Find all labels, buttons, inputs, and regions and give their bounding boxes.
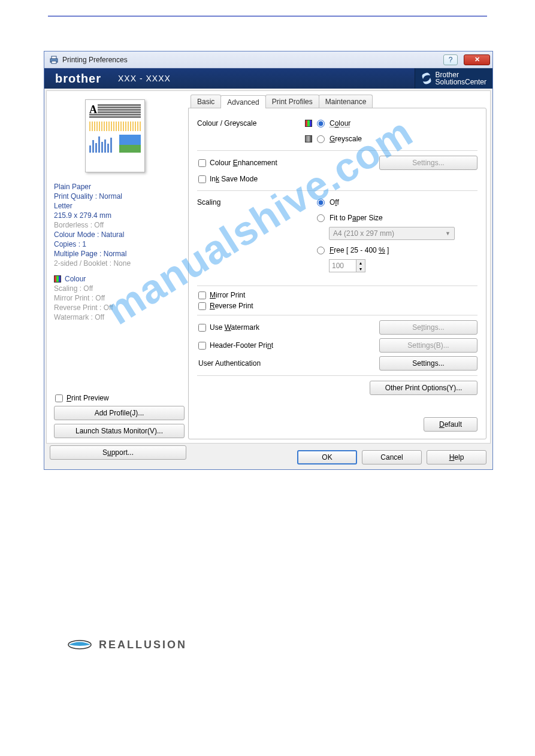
summary-mirror: Mirror Print : Off (54, 293, 185, 303)
print-preview-checkbox[interactable]: Print Preview (54, 394, 185, 402)
left-pane: A Plain Paper Print Quality : Normal (50, 95, 188, 439)
solutions-center-icon (421, 72, 432, 85)
ok-button[interactable]: OK (297, 450, 357, 464)
colour-radio-label: Colour (330, 119, 350, 127)
header-footer-settings-button[interactable]: Settings(B)... (379, 338, 477, 353)
page-divider (48, 16, 487, 17)
scaling-free-value[interactable]: 100 (329, 259, 356, 272)
colour-greyscale-label: Colour / Greyscale (197, 119, 293, 127)
model-name: XXX - XXXX (118, 74, 171, 83)
reallusion-logo-block: REALLUSION (68, 638, 187, 651)
launch-status-monitor-button[interactable]: Launch Status Monitor(V)... (54, 424, 185, 438)
cancel-button[interactable]: Cancel (362, 450, 422, 464)
summary-papersize-name: Letter (54, 201, 185, 211)
brand-logo: brother (55, 72, 101, 86)
tab-advanced[interactable]: Advanced (220, 95, 265, 108)
greyscale-radio[interactable] (317, 135, 325, 143)
scaling-free-label: Free [ 25 - 400 % ] (330, 246, 389, 254)
summary-reverse: Reverse Print : Off (54, 303, 185, 312)
summary-multipage: Multiple Page : Normal (54, 249, 185, 259)
print-preview-label: Print Preview (67, 394, 109, 402)
mirror-print-checkbox[interactable]: Mirror Print (197, 291, 477, 299)
summary-papersize-dim: 215.9 x 279.4 mm (54, 211, 185, 220)
scaling-label: Scaling (197, 198, 293, 207)
titlebar: Printing Preferences ? ✕ (44, 51, 492, 68)
default-button[interactable]: Default (424, 417, 477, 432)
user-auth-settings-button[interactable]: Settings... (379, 356, 477, 371)
titlebar-title: Printing Preferences (62, 56, 440, 64)
use-watermark-checkbox[interactable]: Use Watermark (197, 323, 353, 332)
summary-colourmode: Colour Mode : Natural (54, 230, 185, 239)
use-watermark-label: Use Watermark (210, 323, 259, 332)
summary-quality: Print Quality : Normal (54, 192, 185, 201)
reallusion-text: REALLUSION (99, 639, 187, 651)
printing-preferences-dialog: Printing Preferences ? ✕ brother XXX - X… (44, 51, 493, 470)
settings-summary: Plain Paper Print Quality : Normal Lette… (54, 182, 185, 322)
header-footer-checkbox[interactable]: Header-Footer Print (197, 341, 353, 350)
colour-enhancement-checkbox[interactable]: Colour Enhancement (197, 159, 353, 167)
svg-rect-1 (52, 56, 56, 59)
ink-save-checkbox[interactable]: Ink Save Mode (197, 175, 258, 183)
page-preview-thumbnail: A (85, 99, 145, 172)
scaling-off-label: Off (330, 198, 339, 207)
summary-colour: Colour (65, 274, 86, 284)
greyscale-swatch-icon (305, 135, 312, 142)
add-profile-button[interactable]: Add Profile(J)... (54, 406, 185, 420)
scaling-free-spinner[interactable]: ▲▼ (356, 259, 365, 272)
summary-scaling: Scaling : Off (54, 284, 185, 293)
svg-rect-2 (52, 61, 56, 63)
colour-swatch-icon (305, 120, 312, 127)
brand-bar: brother XXX - XXXX Brother SolutionsCent… (44, 68, 492, 89)
tab-print-profiles[interactable]: Print Profiles (265, 95, 319, 108)
summary-watermark: Watermark : Off (54, 312, 185, 322)
fit-to-paper-label: Fit to Paper Size (330, 214, 383, 222)
summary-borderless: Borderless : Off (54, 220, 185, 230)
solutions-center-link[interactable]: Brother SolutionsCenter (415, 68, 492, 89)
watermark-settings-button[interactable]: Settings... (379, 320, 477, 335)
colour-enhancement-label: Colour Enhancement (210, 159, 277, 167)
titlebar-help-button[interactable]: ? (443, 54, 458, 65)
ink-save-label: Ink Save Mode (210, 175, 258, 183)
colour-swatch-icon (54, 275, 61, 283)
tab-strip: Basic Advanced Print Profiles Maintenanc… (191, 95, 486, 108)
close-icon: ✕ (474, 56, 480, 63)
right-pane: Basic Advanced Print Profiles Maintenanc… (188, 95, 486, 439)
printer-icon (49, 56, 59, 64)
solutions-center-line2: SolutionsCenter (436, 78, 486, 86)
scaling-free-radio[interactable] (317, 247, 325, 254)
support-button[interactable]: Support... (50, 445, 186, 460)
mirror-print-label: Mirror Print (210, 291, 245, 299)
summary-duplex: 2-sided / Booklet : None (54, 259, 185, 268)
scaling-off-radio[interactable] (317, 199, 325, 207)
fit-paper-size-dropdown[interactable]: A4 (210 x 297 mm) (329, 227, 455, 240)
summary-copies: Copies : 1 (54, 239, 185, 249)
help-button[interactable]: Help (427, 450, 486, 464)
reallusion-icon (68, 638, 92, 651)
tab-basic[interactable]: Basic (191, 95, 221, 108)
advanced-tab-page: Colour / Greyscale Colour Greyscale (188, 108, 486, 439)
tab-maintenance[interactable]: Maintenance (319, 95, 373, 108)
reverse-print-label: Reverse Print (210, 302, 253, 310)
user-authentication-label: User Authentication (197, 359, 356, 368)
header-footer-label: Header-Footer Print (210, 341, 273, 350)
summary-paper: Plain Paper (54, 182, 185, 192)
reverse-print-checkbox[interactable]: Reverse Print (197, 302, 477, 310)
titlebar-close-button[interactable]: ✕ (464, 54, 490, 65)
other-print-options-button[interactable]: Other Print Options(Y)... (370, 381, 477, 395)
fit-to-paper-radio[interactable] (317, 214, 325, 222)
greyscale-radio-label: Greyscale (330, 135, 362, 143)
colour-radio[interactable] (317, 120, 325, 127)
colour-enhancement-settings-button[interactable]: Settings... (379, 156, 477, 170)
